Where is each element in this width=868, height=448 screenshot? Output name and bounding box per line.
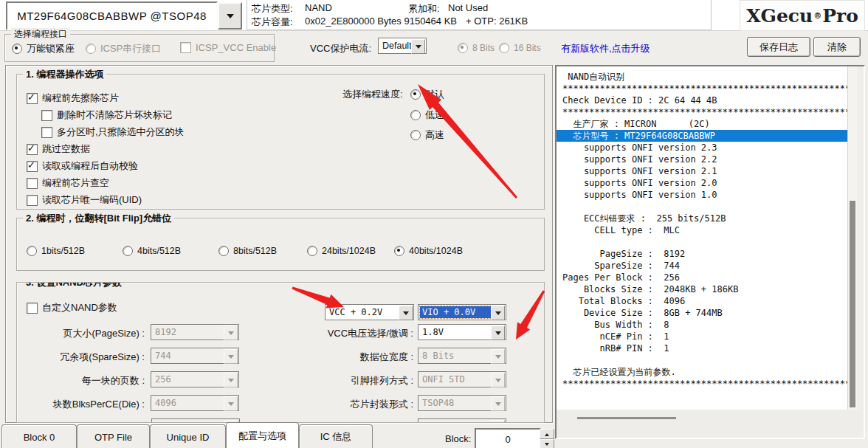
- block-number-value: 0: [505, 434, 510, 445]
- vio-offset-combo[interactable]: VIO + 0.0V: [418, 304, 506, 320]
- radio-icon: [410, 130, 421, 140]
- chevron-down-icon[interactable]: [491, 349, 505, 364]
- log-line: [562, 201, 847, 213]
- log-line: nCE# Pin : 1: [562, 331, 847, 342]
- vcc-protect-current-combo[interactable]: Default: [378, 38, 427, 54]
- section1-title: 1. 编程器操作选项: [23, 68, 106, 81]
- tab-block0[interactable]: Block 0: [1, 424, 77, 448]
- radio-icon: [307, 246, 317, 256]
- tab-ic-info[interactable]: IC 信息: [299, 424, 373, 448]
- radio-icon: [499, 43, 509, 53]
- radio-universal-socket[interactable]: 万能锁紧座: [12, 42, 75, 55]
- chevron-down-icon[interactable]: [491, 325, 505, 340]
- radio-icon: [458, 43, 468, 53]
- radio-label: 高速: [425, 128, 444, 142]
- radio-label: 24bits/1024B: [322, 246, 376, 256]
- checkbox-keep-badblock-marks[interactable]: 删除时不清除芯片坏块标记: [41, 108, 172, 122]
- vcc-voltage-label: VCC电压选择/微调 :: [295, 327, 413, 340]
- chip-select-combo[interactable]: MT29F64G08CBABBWP @TSOP48: [6, 1, 218, 30]
- radio-icon: [27, 246, 37, 256]
- radio-icsp-serial[interactable]: ICSP串行接口: [86, 42, 161, 55]
- scrollbar-thumb[interactable]: [850, 201, 855, 407]
- radio-speed-low[interactable]: 低速: [410, 108, 444, 122]
- capacity-value: 0x02_2E800000 Bytes 9150464 KB: [305, 15, 457, 27]
- radio-bitflip-1bits[interactable]: 1bits/512B: [27, 246, 85, 256]
- combo-value: 4096: [155, 398, 176, 408]
- checkbox-custom-nand-params[interactable]: 自定义NAND参数: [27, 301, 117, 314]
- block-spin-up-button[interactable]: [540, 429, 554, 439]
- header-bar: MT29F64G08CBABBWP @TSOP48 芯片类型: NAND 累加和…: [0, 0, 868, 31]
- chevron-down-icon[interactable]: [224, 396, 238, 411]
- tab-unique-id[interactable]: Unique ID: [150, 424, 226, 448]
- sparesize-combo[interactable]: 744: [151, 348, 239, 364]
- log-line: Pages Per Block : 256: [562, 272, 847, 283]
- radio-bitflip-8bits[interactable]: 8bits/512B: [218, 246, 277, 256]
- radio-16bits[interactable]: 16 Bits: [499, 43, 541, 53]
- chip-type-label: 芯片类型:: [252, 2, 293, 15]
- log-horizontal-scrollbar[interactable]: [557, 410, 847, 438]
- blocks-per-ce-combo[interactable]: 4096: [151, 395, 239, 411]
- radio-8bits[interactable]: 8 Bits: [458, 43, 495, 53]
- block-spin-down-button[interactable]: [540, 439, 554, 448]
- log-line: [562, 354, 847, 366]
- pages-per-block-combo[interactable]: 256: [151, 371, 239, 387]
- checkbox-label: 编程前先擦除芯片: [42, 92, 119, 105]
- tab-config-options[interactable]: 配置与选项: [226, 422, 299, 448]
- tab-otp-file[interactable]: OTP File: [77, 424, 150, 448]
- checkbox-auto-verify[interactable]: 读取或编程后自动校验: [27, 159, 138, 173]
- chevron-down-icon[interactable]: [399, 306, 413, 320]
- checkbox-read-uid[interactable]: 读取芯片唯一编码(UID): [27, 193, 142, 207]
- log-line: Bus Width : 8: [562, 319, 847, 331]
- log-vertical-scrollbar[interactable]: [847, 66, 858, 410]
- block-number-input[interactable]: 0: [475, 428, 541, 448]
- data-bus-width-label: 数据位宽度 :: [295, 351, 413, 364]
- radio-bitflip-4bits[interactable]: 4bits/512B: [123, 246, 181, 256]
- radio-label: 万能锁紧座: [27, 42, 75, 55]
- log-line-highlighted: 芯片型号 : MT29F64G08CBABBWP: [557, 130, 847, 142]
- checkbox-skip-blank-data[interactable]: 跳过空数据: [27, 142, 90, 156]
- combo-value: 744: [155, 351, 171, 361]
- package-combo[interactable]: TSOP48: [418, 395, 506, 411]
- checkbox-icon: [41, 110, 52, 121]
- section2-title: 2. 编程时，位翻转[Bit Flip]允错位: [23, 212, 174, 225]
- checksum-value: Not Used: [448, 2, 488, 13]
- chevron-down-icon[interactable]: [491, 306, 505, 320]
- log-line: Device Size : 8GB + 744MB: [562, 307, 847, 319]
- radio-label: 16 Bits: [514, 43, 541, 53]
- radio-bitflip-40bits[interactable]: 40bits/1024B: [394, 246, 463, 256]
- chevron-down-icon[interactable]: [224, 349, 238, 364]
- data-bus-width-combo[interactable]: 8 Bits: [418, 348, 506, 364]
- checkbox-erase-before-program[interactable]: 编程前先擦除芯片: [27, 92, 119, 105]
- radio-label: 低速: [425, 108, 444, 122]
- clear-button[interactable]: 清除: [813, 37, 861, 57]
- pagesize-combo[interactable]: 8192: [151, 324, 239, 340]
- clipped-combo-right[interactable]: [418, 418, 506, 423]
- checkbox-label: 读取或编程后自动校验: [42, 159, 138, 173]
- log-line: supports ONFI version 1.0: [562, 189, 847, 201]
- radio-icon: [394, 246, 404, 256]
- chevron-down-icon[interactable]: [224, 325, 238, 340]
- vcc-voltage-combo[interactable]: 1.8V: [418, 324, 506, 340]
- chevron-down-icon[interactable]: [491, 396, 505, 411]
- checkbox-erase-selected-partition[interactable]: 多分区时,只擦除选中分区的块: [41, 125, 185, 139]
- chevron-down-icon[interactable]: [411, 39, 425, 54]
- checkbox-label: 删除时不清除芯片坏块标记: [57, 108, 172, 122]
- log-line: Total Blocks : 4096: [562, 295, 847, 307]
- log-line: PageSize : 8192: [562, 248, 847, 260]
- chip-info-panel: 芯片类型: NAND 累加和: Not Used 芯片容量: 0x02_2E80…: [247, 0, 712, 30]
- checkbox-blank-check[interactable]: 编程前芯片查空: [27, 176, 109, 190]
- checkbox-icsp-vcc-enable[interactable]: ICSP_VCC Enable: [180, 42, 276, 53]
- log-line: NAND自动识别: [562, 71, 847, 83]
- scrollbar-thumb[interactable]: [577, 417, 676, 419]
- pin-layout-combo[interactable]: ONFI STD: [418, 371, 506, 387]
- chip-select-dropdown-button[interactable]: [218, 2, 242, 30]
- save-log-button[interactable]: 保存日志: [747, 37, 810, 57]
- vcc-offset-combo[interactable]: VCC + 0.2V: [325, 304, 414, 320]
- chevron-down-icon[interactable]: [224, 373, 238, 387]
- combo-value: TSOP48: [422, 398, 454, 408]
- radio-bitflip-24bits[interactable]: 24bits/1024B: [307, 246, 376, 256]
- radio-speed-high[interactable]: 高速: [410, 128, 444, 142]
- chevron-down-icon[interactable]: [491, 373, 505, 387]
- radio-speed-default[interactable]: 默认: [410, 88, 444, 101]
- update-link[interactable]: 有新版软件,点击升级: [561, 42, 650, 55]
